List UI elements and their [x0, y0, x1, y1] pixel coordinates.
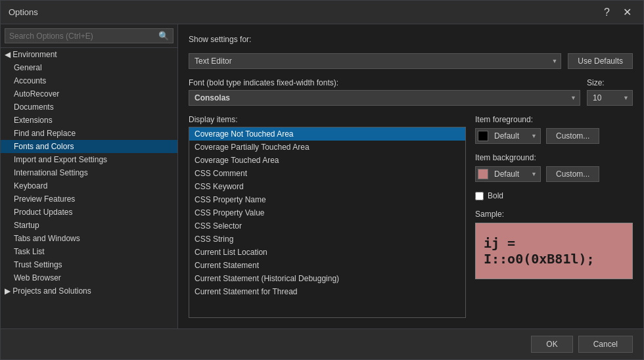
list-item[interactable]: CSS Property Value [189, 206, 465, 219]
sidebar-item-projects-solutions[interactable]: ▶ Projects and Solutions [1, 284, 177, 298]
sidebar-item-keyboard[interactable]: Keyboard [1, 179, 177, 192]
list-item[interactable]: Coverage Not Touched Area [189, 127, 465, 141]
fg-custom-button[interactable]: Custom... [546, 128, 599, 144]
list-item[interactable]: Current Statement for Thread [189, 285, 465, 298]
fg-label: Item foreground: [475, 115, 633, 124]
close-button[interactable]: ✕ [619, 6, 635, 19]
title-bar-controls: ? ✕ [600, 6, 635, 19]
size-section: Size: 10 [587, 78, 633, 106]
fg-color-swatch [478, 131, 488, 141]
sidebar-item-trust-settings[interactable]: Trust Settings [1, 258, 177, 271]
sidebar-item-international[interactable]: International Settings [1, 166, 177, 179]
search-box: 🔍 [1, 24, 177, 48]
font-label: Font (bold type indicates fixed-width fo… [189, 78, 580, 87]
show-settings-label: Show settings for: [189, 35, 251, 44]
use-defaults-button[interactable]: Use Defaults [568, 53, 633, 69]
tree-area: ◀ EnvironmentGeneralAccountsAutoRecoverD… [1, 48, 177, 328]
search-input-wrapper[interactable]: 🔍 [5, 28, 173, 43]
sample-box: ij = I::o0(0xB81l); [475, 223, 633, 279]
bold-label: Bold [488, 191, 503, 200]
size-select[interactable]: 10 [587, 90, 633, 106]
sidebar-item-task-list[interactable]: Task List [1, 245, 177, 258]
list-item[interactable]: CSS String [189, 233, 465, 246]
bg-group: Item background: Default Custom... [475, 153, 633, 182]
bg-color-row: Default Custom... [475, 166, 633, 182]
bg-color-swatch [478, 169, 488, 179]
show-settings-value-row: Text Editor Use Defaults [189, 53, 633, 69]
list-item[interactable]: Current Statement [189, 259, 465, 272]
list-item[interactable]: Coverage Touched Area [189, 154, 465, 167]
list-item[interactable]: Current List Location [189, 246, 465, 259]
bold-checkbox[interactable] [475, 192, 484, 200]
fg-group: Item foreground: Default Custom... [475, 115, 633, 144]
list-item[interactable]: CSS Property Name [189, 193, 465, 206]
font-select-wrapper[interactable]: Consolas [189, 90, 580, 106]
sidebar-item-autorecover[interactable]: AutoRecover [1, 87, 177, 101]
size-label: Size: [587, 78, 633, 87]
sidebar-item-general[interactable]: General [1, 61, 177, 74]
dialog-title: Options [9, 7, 38, 17]
sidebar-item-tabs-windows[interactable]: Tabs and Windows [1, 232, 177, 245]
display-items-section: Display items: Coverage Not Touched Area… [189, 115, 633, 318]
bold-row: Bold [475, 191, 633, 200]
sample-section: Sample: ij = I::o0(0xB81l); [475, 210, 633, 279]
sidebar-item-environment[interactable]: ◀ Environment [1, 48, 177, 61]
sample-code: ij = I::o0(0xB81l); [484, 235, 624, 267]
display-items-label: Display items: [189, 115, 466, 124]
sidebar-item-documents[interactable]: Documents [1, 101, 177, 114]
list-item[interactable]: CSS Keyword [189, 180, 465, 193]
sidebar-item-extensions[interactable]: Extensions [1, 114, 177, 127]
list-item[interactable]: CSS Comment [189, 167, 465, 180]
content-area: 🔍 ◀ EnvironmentGeneralAccountsAutoRecove… [1, 24, 643, 328]
display-items-right: Item foreground: Default Custom... [475, 115, 633, 318]
fg-select-wrapper[interactable]: Default [475, 128, 541, 144]
fg-color-row: Default Custom... [475, 128, 633, 144]
search-icon: 🔍 [158, 31, 169, 41]
sidebar: 🔍 ◀ EnvironmentGeneralAccountsAutoRecove… [1, 24, 178, 328]
sidebar-item-web-browser[interactable]: Web Browser [1, 271, 177, 284]
sidebar-item-product-updates[interactable]: Product Updates [1, 206, 177, 219]
show-settings-row: Show settings for: [189, 35, 633, 44]
sidebar-item-preview-features[interactable]: Preview Features [1, 192, 177, 206]
display-items-list: Coverage Not Touched AreaCoverage Partia… [189, 127, 466, 318]
sample-label: Sample: [475, 210, 633, 219]
main-panel: Show settings for: Text Editor Use Defau… [178, 24, 643, 328]
display-items-left: Display items: Coverage Not Touched Area… [189, 115, 466, 318]
sidebar-item-import-export[interactable]: Import and Export Settings [1, 153, 177, 166]
font-select[interactable]: Consolas [189, 90, 580, 106]
bg-select-wrapper[interactable]: Default [475, 166, 541, 182]
search-input[interactable] [9, 32, 158, 41]
bg-label: Item background: [475, 153, 633, 162]
help-button[interactable]: ? [600, 6, 614, 19]
list-item[interactable]: Coverage Partially Touched Area [189, 141, 465, 154]
sidebar-item-find-replace[interactable]: Find and Replace [1, 127, 177, 140]
show-settings-select-wrapper[interactable]: Text Editor [189, 53, 561, 69]
title-bar: Options ? ✕ [1, 1, 643, 24]
list-item[interactable]: CSS Selector [189, 219, 465, 233]
ok-button[interactable]: OK [531, 336, 572, 353]
bg-custom-button[interactable]: Custom... [546, 166, 599, 182]
options-dialog: Options ? ✕ 🔍 ◀ EnvironmentGeneralAccoun… [0, 0, 644, 360]
size-select-wrapper[interactable]: 10 [587, 90, 633, 106]
footer: OK Cancel [1, 328, 643, 359]
font-row: Font (bold type indicates fixed-width fo… [189, 78, 633, 106]
sidebar-item-accounts[interactable]: Accounts [1, 74, 177, 87]
sidebar-item-startup[interactable]: Startup [1, 219, 177, 232]
font-section: Font (bold type indicates fixed-width fo… [189, 78, 580, 106]
cancel-button[interactable]: Cancel [578, 336, 633, 353]
list-item[interactable]: Current Statement (Historical Debugging) [189, 272, 465, 285]
show-settings-select[interactable]: Text Editor [189, 53, 561, 69]
sidebar-item-fonts-colors[interactable]: Fonts and Colors [1, 140, 177, 153]
